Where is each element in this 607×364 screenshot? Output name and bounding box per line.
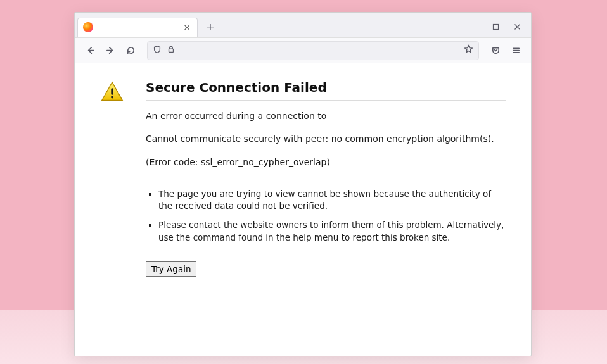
pocket-icon (491, 46, 501, 55)
error-bullet: Please contact the website owners to inf… (158, 219, 506, 244)
svg-rect-1 (493, 25, 498, 30)
browser-window: × + (74, 12, 532, 356)
window-controls (465, 18, 531, 36)
navigation-toolbar (75, 38, 531, 63)
shield-icon (153, 44, 162, 56)
app-menu-button[interactable] (507, 42, 525, 60)
svg-point-11 (111, 96, 113, 99)
maximize-button[interactable] (487, 18, 504, 36)
tab-active[interactable]: × (77, 18, 198, 37)
lock-icon (167, 44, 176, 56)
error-bullet: The page you are trying to view cannot b… (158, 188, 506, 213)
error-detail-line: Cannot communicate securely with peer: n… (146, 132, 506, 145)
divider (146, 179, 506, 179)
try-again-button[interactable]: Try Again (146, 261, 196, 277)
minimize-icon (471, 23, 478, 30)
url-input[interactable] (181, 42, 459, 60)
warning-column (100, 80, 132, 277)
back-button[interactable] (81, 42, 99, 60)
maximize-icon (492, 23, 499, 30)
hamburger-icon (511, 46, 521, 55)
tab-close-button[interactable]: × (182, 22, 192, 32)
tab-strip: × + (75, 13, 531, 38)
error-code-line: (Error code: ssl_error_no_cypher_overlap… (146, 156, 506, 168)
svg-rect-10 (111, 88, 113, 94)
reload-icon (126, 46, 136, 55)
close-icon (514, 23, 521, 30)
bookmark-star-button[interactable] (464, 44, 473, 56)
url-bar-right (464, 44, 473, 56)
plus-icon: + (206, 21, 214, 33)
warning-triangle-icon (100, 80, 124, 104)
reload-button[interactable] (122, 42, 139, 60)
svg-rect-6 (169, 49, 174, 52)
error-message-column: Secure Connection Failed An error occurr… (146, 80, 506, 277)
url-bar[interactable] (147, 41, 479, 60)
minimize-button[interactable] (465, 18, 483, 36)
error-layout: Secure Connection Failed An error occurr… (100, 80, 506, 277)
error-title: Secure Connection Failed (146, 80, 506, 101)
new-tab-button[interactable]: + (201, 18, 219, 36)
firefox-favicon (83, 22, 93, 32)
error-intro-line: An error occurred during a connection to (146, 110, 506, 122)
page-content: Secure Connection Failed An error occurr… (75, 63, 531, 356)
arrow-left-icon (86, 46, 95, 55)
save-to-pocket-button[interactable] (487, 42, 504, 60)
error-bullet-list: The page you are trying to view cannot b… (146, 188, 506, 244)
arrow-right-icon (106, 46, 115, 55)
forward-button[interactable] (101, 42, 119, 60)
close-window-button[interactable] (508, 18, 526, 36)
